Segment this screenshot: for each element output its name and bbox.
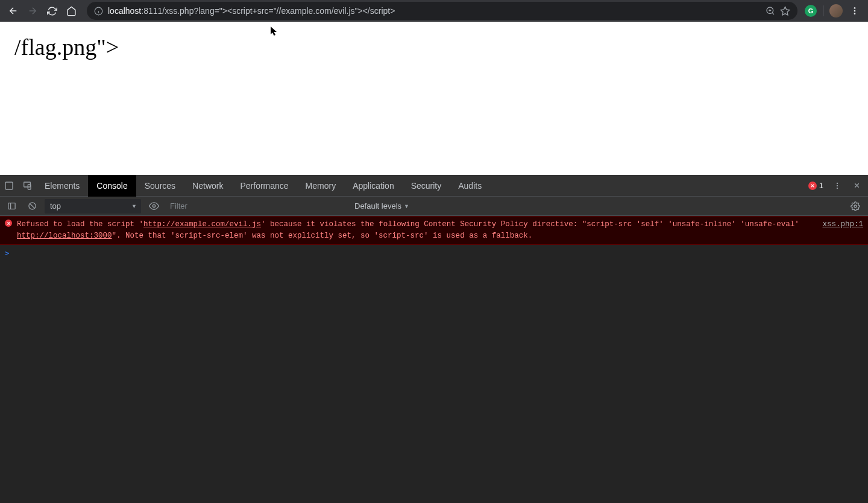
devtools-close-icon[interactable] <box>848 175 866 197</box>
error-circle-icon <box>808 182 817 190</box>
tab-network[interactable]: Network <box>184 175 231 197</box>
svg-point-19 <box>854 205 857 207</box>
svg-point-12 <box>837 185 838 186</box>
svg-point-5 <box>854 7 856 9</box>
error-text-1: Refused to load the script ' <box>17 220 143 229</box>
tab-elements[interactable]: Elements <box>36 175 88 197</box>
url-host: localhost <box>108 6 141 16</box>
extension-badge[interactable]: G <box>805 5 817 17</box>
toolbar-right: G <box>805 2 863 19</box>
svg-rect-14 <box>8 203 14 209</box>
browser-toolbar: localhost:8111/xss.php?lang="><script+sr… <box>0 0 868 22</box>
svg-point-18 <box>153 204 155 207</box>
console-error-message: xss.php:1 Refused to load the script 'ht… <box>0 216 868 245</box>
cursor-icon <box>271 27 278 36</box>
device-toggle-icon[interactable] <box>18 175 36 197</box>
profile-avatar[interactable] <box>829 4 843 17</box>
tab-security[interactable]: Security <box>403 175 450 197</box>
svg-point-6 <box>854 10 856 12</box>
error-icon <box>5 220 12 227</box>
toolbar-divider <box>823 5 823 16</box>
tab-application[interactable]: Application <box>344 175 403 197</box>
context-value: top <box>50 201 61 210</box>
devtools-menu-icon[interactable] <box>828 175 846 197</box>
console-settings-icon[interactable] <box>846 195 864 217</box>
back-button[interactable] <box>5 2 22 19</box>
chevron-down-icon: ▼ <box>404 203 409 209</box>
console-filter-input[interactable] <box>166 199 347 213</box>
console-body: xss.php:1 Refused to load the script 'ht… <box>0 216 868 503</box>
forward-button[interactable] <box>24 2 41 19</box>
error-count: 1 <box>819 181 823 190</box>
devtools-tabs: ElementsConsoleSourcesNetworkPerformance… <box>0 175 868 197</box>
reload-button[interactable] <box>43 2 60 19</box>
url-text: localhost:8111/xss.php?lang="><script+sr… <box>108 6 761 16</box>
clear-console-icon[interactable] <box>24 195 40 217</box>
svg-line-17 <box>30 204 34 209</box>
levels-label: Default levels <box>354 201 401 210</box>
console-sidebar-toggle-icon[interactable] <box>4 195 19 217</box>
log-levels-select[interactable]: Default levels ▼ <box>352 201 412 210</box>
prompt-chevron-icon: > <box>5 248 10 258</box>
page-content: /flag.png"> <box>0 22 868 175</box>
page-body-text: /flag.png"> <box>14 34 119 60</box>
svg-point-11 <box>837 182 838 183</box>
svg-point-7 <box>854 13 856 14</box>
tab-sources[interactable]: Sources <box>136 175 184 197</box>
home-button[interactable] <box>63 2 80 19</box>
console-prompt[interactable]: > <box>0 245 868 261</box>
execution-context-select[interactable]: top <box>45 199 141 214</box>
svg-point-13 <box>837 187 838 188</box>
url-rest: :8111/xss.php?lang="><script+src="//exam… <box>141 6 395 16</box>
svg-marker-4 <box>781 7 789 14</box>
address-bar[interactable]: localhost:8111/xss.php?lang="><script+sr… <box>87 2 797 20</box>
error-text-2: ' because it violates the following Cont… <box>261 220 799 229</box>
error-link-2[interactable]: http://localhost:3000 <box>17 232 112 240</box>
error-source-link[interactable]: xss.php:1 <box>822 219 863 230</box>
zoom-icon[interactable] <box>766 6 775 16</box>
site-info-icon[interactable] <box>94 7 103 16</box>
devtools-error-badge[interactable]: 1 <box>808 181 823 190</box>
browser-menu-icon[interactable] <box>846 2 863 19</box>
inspect-element-icon[interactable] <box>0 175 18 197</box>
live-expression-icon[interactable] <box>146 195 162 217</box>
tab-memory[interactable]: Memory <box>297 175 345 197</box>
tab-console[interactable]: Console <box>88 175 136 197</box>
tab-performance[interactable]: Performance <box>231 175 297 197</box>
devtools-panel: ElementsConsoleSourcesNetworkPerformance… <box>0 175 868 503</box>
tab-audits[interactable]: Audits <box>450 175 490 197</box>
error-text-3: ". Note that 'script-src-elem' was not e… <box>112 232 533 240</box>
console-toolbar: top Default levels ▼ <box>0 197 868 216</box>
bookmark-icon[interactable] <box>780 6 790 16</box>
error-link-1[interactable]: http://example.com/evil.js <box>143 220 261 229</box>
